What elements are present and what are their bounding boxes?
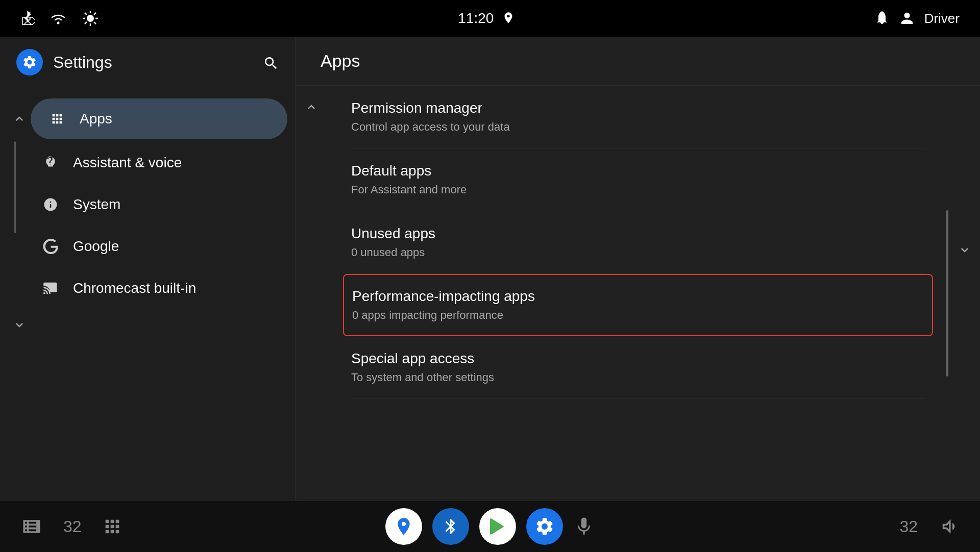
- taskbar-right: 32: [595, 516, 960, 537]
- status-bar-right: Driver: [874, 10, 960, 27]
- status-bar-left: ⌦: [20, 9, 99, 28]
- window-icon[interactable]: [20, 515, 43, 538]
- system-label: System: [73, 196, 120, 213]
- sidebar-item-chromecast[interactable]: Chromecast built-in: [24, 268, 287, 309]
- permission-manager-subtitle: Control app access to your data: [351, 120, 925, 134]
- expand-down-btn[interactable]: [8, 314, 31, 336]
- volume-icon[interactable]: [938, 516, 960, 537]
- taskbar-right-num: 32: [899, 517, 918, 536]
- special-app-access-item[interactable]: Special app access To system and other s…: [351, 336, 925, 399]
- nav-section-items: Assistant & voice System: [16, 141, 296, 310]
- apps-collapse-btn[interactable]: [8, 108, 31, 130]
- user-icon: [900, 10, 914, 27]
- apps-grid-taskbar-icon[interactable]: [102, 516, 122, 537]
- svg-text:⌦: ⌦: [21, 15, 35, 27]
- taskbar: 32: [0, 501, 980, 552]
- right-chevron-down[interactable]: [953, 239, 976, 261]
- right-panel-title: Apps: [296, 37, 980, 86]
- nav-list: Apps Assistant & voice: [0, 88, 296, 501]
- time-display: 11:20: [458, 10, 494, 27]
- assistant-label: Assistant & voice: [73, 155, 182, 171]
- google-label: Google: [73, 238, 119, 255]
- unused-apps-item[interactable]: Unused apps 0 unused apps: [351, 211, 925, 274]
- settings-header: Settings: [0, 37, 296, 88]
- permission-manager-title: Permission manager: [351, 100, 925, 116]
- permission-manager-item[interactable]: Permission manager Control app access to…: [351, 86, 925, 148]
- system-info-icon: [40, 194, 61, 215]
- svg-line-9: [94, 13, 96, 15]
- svg-line-8: [94, 22, 96, 24]
- settings-taskbar-icon[interactable]: [526, 508, 563, 545]
- bluetooth-app-icon[interactable]: [432, 508, 469, 545]
- svg-point-1: [57, 22, 60, 24]
- notification-icon: [874, 10, 890, 27]
- wifi-icon: [49, 11, 67, 26]
- google-icon: [40, 236, 61, 257]
- driver-label: Driver: [924, 11, 960, 27]
- sidebar-item-system[interactable]: System: [24, 184, 287, 225]
- cast-icon: [40, 278, 61, 298]
- sidebar-item-apps[interactable]: Apps: [31, 98, 287, 139]
- right-panel: Apps Permission manager Control app acce…: [296, 37, 980, 501]
- special-access-subtitle: To system and other settings: [351, 371, 925, 384]
- settings-title: Settings: [53, 53, 253, 72]
- chromecast-label: Chromecast built-in: [73, 280, 196, 296]
- location-icon: [502, 10, 515, 27]
- right-scrollbar: [946, 210, 948, 377]
- apps-label: Apps: [80, 111, 112, 127]
- status-bar: ⌦ 1: [0, 0, 980, 37]
- default-apps-title: Default apps: [351, 163, 925, 179]
- svg-line-7: [85, 13, 87, 15]
- taskbar-left: 32: [20, 515, 385, 538]
- settings-app-icon: [16, 49, 43, 76]
- taskbar-left-num: 32: [63, 517, 82, 536]
- special-access-title: Special app access: [351, 350, 925, 367]
- default-apps-item[interactable]: Default apps For Assistant and more: [351, 148, 925, 211]
- performance-apps-subtitle: 0 apps impacting performance: [352, 309, 924, 322]
- assistant-icon: [40, 153, 61, 173]
- left-panel: Settings: [0, 37, 296, 501]
- taskbar-center: [385, 508, 595, 545]
- play-store-icon[interactable]: [479, 508, 516, 545]
- svg-line-10: [85, 22, 87, 24]
- sidebar-item-assistant[interactable]: Assistant & voice: [24, 142, 287, 183]
- right-chevron-up[interactable]: [300, 96, 323, 118]
- bluetooth-icon: ⌦: [20, 9, 35, 28]
- right-content: Permission manager Control app access to…: [327, 86, 949, 501]
- apps-grid-icon: [47, 109, 67, 129]
- search-button[interactable]: [263, 53, 279, 71]
- mic-icon[interactable]: [573, 516, 595, 537]
- performance-apps-title: Performance-impacting apps: [352, 288, 924, 305]
- unused-apps-subtitle: 0 unused apps: [351, 246, 925, 259]
- brightness-icon: [82, 10, 99, 27]
- performance-impacting-apps-item[interactable]: Performance-impacting apps 0 apps impact…: [343, 274, 933, 336]
- nav-section: Assistant & voice System: [0, 141, 296, 310]
- svg-point-2: [87, 15, 94, 22]
- default-apps-subtitle: For Assistant and more: [351, 183, 925, 196]
- main-area: Settings: [0, 37, 980, 501]
- sidebar-item-google[interactable]: Google: [24, 226, 287, 267]
- maps-app-icon[interactable]: [385, 508, 422, 545]
- unused-apps-title: Unused apps: [351, 225, 925, 242]
- status-bar-center: 11:20: [99, 10, 874, 27]
